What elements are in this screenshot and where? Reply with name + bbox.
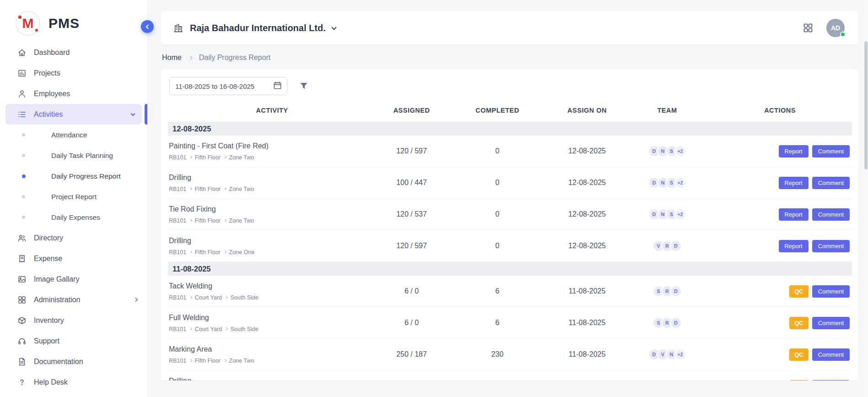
team-cell: S R D	[626, 317, 708, 329]
list-icon	[17, 110, 27, 119]
comment-button[interactable]: Comment	[812, 285, 850, 298]
sidebar-subitem-daily-progress-report[interactable]: Daily Progress Report	[0, 166, 147, 186]
assigned-value: 120 / 597	[376, 242, 447, 250]
activity-cell: Tack Welding RB101Court YardSouth Side	[168, 282, 376, 301]
projects-icon	[17, 69, 27, 78]
assign-on-value: 11-08-2025	[548, 350, 626, 359]
breadcrumb: Home Daily Progress Report	[161, 45, 858, 69]
sidebar-item-employees[interactable]: Employees	[0, 83, 147, 104]
grid-icon	[17, 295, 27, 305]
team-avatar[interactable]: N	[657, 381, 669, 381]
sidebar-item-image-gallary[interactable]: Image Gallary	[0, 269, 147, 289]
team-avatar[interactable]: R	[666, 381, 678, 381]
qc-button[interactable]: QC	[789, 317, 809, 329]
sidebar-subitem-daily-expenses[interactable]: Daily Expenses	[0, 207, 147, 228]
scrollbar-thumb[interactable]	[864, 41, 868, 169]
team-avatar[interactable]: D	[670, 240, 682, 252]
sidebar-subitem-project-report[interactable]: Project Report	[0, 186, 147, 207]
report-button[interactable]: Report	[779, 208, 809, 221]
sidebar-item-label: Expense	[34, 255, 62, 263]
sidebar-subitem-attendance[interactable]: Attendance	[0, 125, 147, 145]
path-segment: RB101	[169, 218, 186, 224]
report-button[interactable]: Report	[779, 240, 809, 252]
team-more-badge[interactable]: +2	[674, 348, 686, 360]
table-row: Full Welding RB101Court YardSouth Side 6…	[168, 307, 852, 339]
headset-icon	[17, 337, 27, 346]
user-avatar[interactable]: AD	[826, 19, 845, 37]
comment-button[interactable]: Comment	[812, 348, 850, 361]
sidebar-item-directory[interactable]: Directory	[0, 228, 147, 248]
path-segment: Fifth Floor	[195, 154, 221, 161]
team-cell: D N S +2	[626, 177, 708, 189]
qc-button[interactable]: QC	[789, 380, 809, 381]
team-more-badge[interactable]: +2	[674, 145, 686, 157]
chevron-right-icon	[223, 187, 226, 190]
company-selector[interactable]: Raja Bahadur International Ltd.	[173, 23, 336, 33]
date-range-field[interactable]	[169, 77, 287, 95]
column-header-assign-on: ASSIGN ON	[548, 107, 626, 114]
date-group-header: 12-08-2025	[168, 122, 852, 136]
team-cell: N R	[626, 381, 708, 381]
sidebar-item-expense[interactable]: Expense	[0, 248, 147, 269]
sidebar-item-support[interactable]: Support	[0, 331, 147, 351]
activity-name: Drilling	[169, 237, 376, 245]
sidebar-subitem-label: Attendance	[51, 131, 87, 139]
column-header-assigned: ASSIGNED	[376, 107, 447, 114]
sidebar-item-label: Directory	[34, 234, 63, 242]
actions-cell: Report Comment	[708, 145, 852, 158]
comment-button[interactable]: Comment	[812, 240, 850, 252]
sidebar-subitem-daily-task-planning[interactable]: Daily Task Planning	[0, 145, 147, 166]
report-button[interactable]: Report	[779, 177, 809, 189]
date-range-input[interactable]	[175, 82, 270, 90]
apps-grid-button[interactable]	[803, 22, 814, 33]
qc-button[interactable]: QC	[789, 285, 809, 298]
filter-button[interactable]	[299, 82, 308, 91]
chevron-right-icon	[223, 219, 226, 222]
comment-button[interactable]: Comment	[812, 317, 850, 329]
chevron-down-icon	[131, 111, 135, 116]
document-icon	[17, 357, 27, 366]
team-more-badge[interactable]: +2	[674, 208, 686, 220]
apps-grid-icon	[803, 22, 814, 33]
sidebar-item-inventory[interactable]: Inventory	[0, 310, 147, 331]
sidebar-item-dashboard[interactable]: Dashboard	[0, 42, 147, 63]
activity-name: Drilling	[169, 377, 376, 381]
sidebar-item-activities[interactable]: Activities	[5, 104, 142, 125]
team-avatar[interactable]: D	[670, 285, 682, 297]
team-avatar[interactable]: D	[670, 317, 682, 329]
progress-table: ACTIVITY ASSIGNED COMPLETED ASSIGN ON TE…	[168, 99, 852, 381]
sidebar-item-label: Administration	[34, 296, 80, 304]
sidebar-item-administration[interactable]: Administration	[0, 289, 147, 310]
chevron-right-icon	[223, 250, 226, 253]
comment-button[interactable]: Comment	[812, 145, 850, 158]
breadcrumb-home-link[interactable]: Home	[162, 54, 182, 62]
app-logo-text: PMS	[49, 16, 80, 31]
assign-on-value: 12-08-2025	[548, 179, 626, 187]
completed-value: 0	[447, 210, 548, 218]
home-icon	[17, 48, 27, 57]
sidebar-item-projects[interactable]: Projects	[0, 63, 147, 83]
assign-on-value: 12-08-2025	[548, 242, 626, 250]
chevron-right-icon	[225, 327, 227, 330]
qc-button[interactable]: QC	[789, 348, 809, 361]
path-segment: Zone Two	[229, 154, 254, 161]
sidebar-item-help-desk[interactable]: Help Desk	[0, 372, 147, 392]
team-more-badge[interactable]: +2	[674, 177, 686, 189]
comment-button[interactable]: Comment	[812, 380, 850, 381]
sidebar-collapse-button[interactable]	[141, 20, 154, 33]
person-icon	[17, 89, 27, 98]
path-segment: Fifth Floor	[195, 249, 221, 256]
chevron-right-icon	[189, 156, 192, 158]
report-button[interactable]: Report	[779, 145, 809, 158]
comment-button[interactable]: Comment	[812, 177, 850, 189]
comment-button[interactable]: Comment	[812, 208, 850, 221]
chevron-right-icon	[189, 359, 192, 362]
chevron-right-icon	[189, 219, 192, 222]
actions-cell: Report Comment	[708, 208, 852, 221]
chevron-left-icon	[146, 24, 151, 29]
path-segment: Fifth Floor	[195, 218, 221, 224]
sidebar-item-documentation[interactable]: Documentation	[0, 351, 147, 372]
activity-path: RB101Fifth FloorZone Two	[169, 154, 376, 161]
chevron-right-icon	[225, 296, 227, 299]
vertical-scrollbar[interactable]	[864, 0, 868, 397]
